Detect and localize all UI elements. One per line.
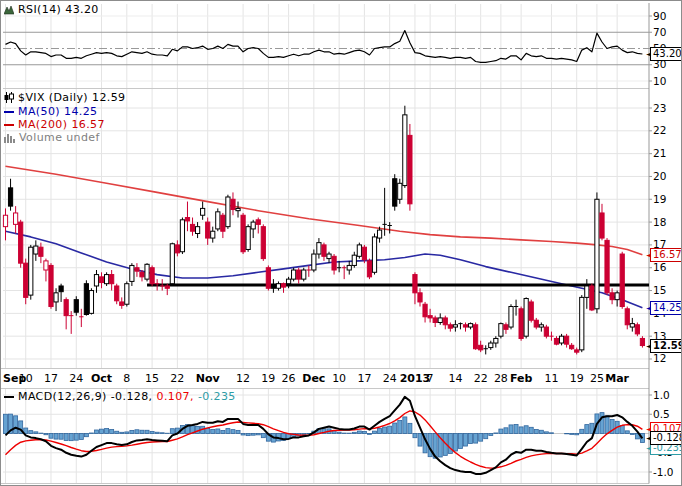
ma200-swatch-icon: [4, 124, 14, 126]
chart-canvas: 23222120191817161514131290705030101.00.5…: [1, 1, 681, 485]
svg-text:25: 25: [590, 372, 604, 385]
symbol-title: $VIX (Daily) 12.59: [4, 91, 126, 104]
svg-text:11: 11: [544, 372, 558, 385]
macd-signal-line: [6, 411, 643, 468]
macd-value-box: -0.128: [650, 431, 682, 445]
svg-text:1.0: 1.0: [653, 389, 670, 401]
macd-indicator-label: MACD(12,26,9) -0.128, 0.107, -0.235: [4, 390, 236, 403]
svg-text:Feb: Feb: [510, 372, 533, 385]
svg-text:7: 7: [427, 372, 434, 385]
svg-text:20: 20: [653, 170, 666, 182]
svg-text:15: 15: [653, 284, 666, 296]
svg-text:12: 12: [236, 372, 250, 385]
rsi-bands: [3, 32, 649, 65]
macd-value-text: -0.128,: [111, 390, 153, 403]
rsi-label-text: RSI(14): [18, 3, 61, 16]
svg-text:19: 19: [653, 193, 666, 205]
svg-text:90: 90: [653, 10, 666, 22]
ma50-value-box: 14.25: [650, 301, 682, 315]
macd-line: [6, 397, 643, 474]
svg-text:0.5: 0.5: [653, 408, 670, 420]
volume-bars-icon: [4, 133, 15, 143]
svg-text:10: 10: [653, 75, 666, 87]
gridlines: [3, 4, 649, 483]
svg-text:24: 24: [69, 372, 83, 385]
svg-text:22: 22: [170, 372, 184, 385]
svg-text:17: 17: [44, 372, 58, 385]
volume-label-text: Volume undef: [19, 131, 100, 144]
svg-text:22: 22: [474, 372, 488, 385]
ma200-legend: MA(200) 16.57: [4, 118, 105, 131]
macd-hist-value-text: -0.235: [198, 390, 236, 403]
svg-text:17: 17: [357, 372, 371, 385]
ma50-legend: MA(50) 14.25: [4, 105, 98, 118]
ma200-line: [6, 166, 643, 255]
ma200-value-box: 16.57: [650, 248, 682, 262]
svg-text:23: 23: [653, 102, 666, 114]
rsi-line: [6, 31, 643, 63]
last-price-box: 12.59: [650, 339, 682, 353]
svg-text:21: 21: [653, 147, 666, 159]
ma200-label-text: MA(200): [18, 118, 67, 131]
svg-text:18: 18: [653, 216, 666, 228]
volume-legend: Volume undef: [4, 131, 100, 144]
svg-text:22: 22: [653, 124, 666, 136]
symbol-title-text: $VIX (Daily): [18, 91, 88, 104]
svg-text:8: 8: [123, 372, 130, 385]
svg-text:15: 15: [145, 372, 159, 385]
svg-text:14: 14: [448, 372, 462, 385]
candlestick-icon: [4, 92, 14, 103]
ma200-value-text: 16.57: [71, 118, 105, 131]
macd-label-text: MACD(12,26,9): [18, 390, 107, 403]
rsi-value-text: 43.20: [65, 3, 99, 16]
rsi-value-box: 43.20: [650, 47, 682, 61]
svg-text:Oct: Oct: [91, 372, 112, 385]
svg-text:Mar: Mar: [605, 372, 629, 385]
macd-swatch-icon: [4, 396, 14, 398]
svg-text:19: 19: [261, 372, 275, 385]
macd-signal-value-text: 0.107,: [157, 390, 194, 403]
svg-text:10: 10: [332, 372, 346, 385]
rsi-indicator-label: RSI(14) 43.20: [4, 3, 99, 16]
last-price-text: 12.59: [92, 91, 126, 104]
ma50-label-text: MA(50): [18, 105, 60, 118]
svg-text:10: 10: [19, 372, 33, 385]
svg-text:16: 16: [653, 261, 667, 273]
svg-text:24: 24: [383, 372, 397, 385]
ma50-value-text: 14.25: [64, 105, 98, 118]
svg-text:26: 26: [282, 372, 296, 385]
svg-text:Nov: Nov: [196, 372, 221, 385]
svg-text:12: 12: [653, 352, 666, 364]
svg-text:Dec: Dec: [302, 372, 325, 385]
svg-text:70: 70: [653, 26, 666, 38]
area-chart-icon: [4, 5, 14, 15]
svg-text:28: 28: [494, 372, 508, 385]
ma50-swatch-icon: [4, 111, 14, 113]
svg-text:19: 19: [570, 372, 584, 385]
svg-text:-1.0: -1.0: [653, 466, 674, 478]
stockchart-panel: 23222120191817161514131290705030101.00.5…: [0, 0, 682, 486]
